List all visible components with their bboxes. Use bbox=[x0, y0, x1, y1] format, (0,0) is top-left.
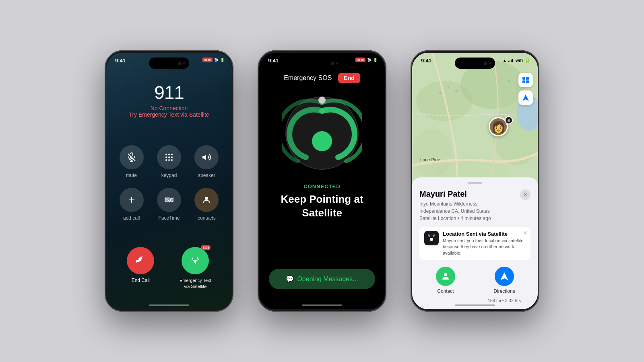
svg-rect-36 bbox=[512, 59, 513, 62]
ctrl-btn-contacts[interactable]: contacts bbox=[193, 188, 221, 221]
sos-tag: SOS bbox=[201, 245, 211, 250]
camera-dot-1 bbox=[178, 62, 182, 65]
svg-point-17 bbox=[194, 260, 196, 263]
svg-marker-41 bbox=[522, 95, 529, 101]
keypad-label: keypad bbox=[161, 173, 177, 178]
directions-action-button[interactable]: Directions 156 mi • 3:32 hrs bbox=[478, 267, 530, 303]
svg-point-3 bbox=[171, 154, 173, 155]
phone-2-screen: 9:41 SOS 📡 🔋 Emergency SOS End bbox=[259, 53, 385, 309]
addcall-icon-circle bbox=[120, 188, 144, 212]
svg-point-2 bbox=[168, 154, 170, 155]
mute-label: mute bbox=[126, 173, 137, 178]
ctrl-btn-speaker[interactable]: speaker bbox=[193, 145, 221, 178]
notif-close-button[interactable]: ✕ bbox=[523, 230, 527, 236]
ctrl-btn-facetime[interactable]: FaceTime bbox=[155, 188, 183, 221]
svg-rect-34 bbox=[510, 60, 510, 62]
phone-1-screen: 9:41 SOS 📡 🔋 911 No Connection Try Emerg… bbox=[106, 53, 232, 309]
status-time-2: 9:41 bbox=[268, 58, 279, 64]
ctrl-btn-addcall[interactable]: add call bbox=[118, 188, 145, 221]
map-layers-button[interactable] bbox=[518, 73, 533, 87]
satellite-screen: 9:41 SOS 📡 🔋 Emergency SOS End bbox=[259, 53, 385, 309]
call-controls-grid: mute keypad bbox=[106, 145, 232, 221]
camera-dot-3 bbox=[484, 62, 487, 65]
satellite-header: Emergency SOS End bbox=[259, 73, 385, 83]
panel-header: Mayuri Patel Inyo Mountains Wilderness I… bbox=[419, 189, 530, 222]
keypad-icon-circle bbox=[157, 145, 181, 169]
svg-point-16 bbox=[205, 197, 208, 200]
person-name: Mayuri Patel bbox=[419, 189, 491, 199]
svg-point-31 bbox=[508, 80, 510, 82]
battery-icon-2: 🔋 bbox=[373, 58, 378, 62]
svg-marker-10 bbox=[202, 154, 206, 160]
dialed-number: 911 bbox=[106, 82, 232, 103]
camera-light-3 bbox=[489, 62, 491, 64]
svg-point-6 bbox=[171, 156, 173, 158]
end-call-button[interactable]: End Call bbox=[127, 247, 154, 283]
panel-handle bbox=[468, 182, 482, 184]
svg-point-32 bbox=[516, 88, 518, 90]
location-details: Inyo Mountains Wilderness Independence C… bbox=[419, 200, 491, 222]
phone-3-frame: 9:41 ▲ wifi 🔋 bbox=[411, 50, 539, 312]
gps-icon-3: ▲ bbox=[503, 58, 507, 63]
phone-3-screen: 9:41 ▲ wifi 🔋 bbox=[412, 53, 538, 309]
opening-messages-button[interactable]: 💬 Opening Messages... bbox=[269, 269, 375, 289]
satellite-icon-1: 📡 bbox=[214, 58, 219, 62]
phone-2-frame: 9:41 SOS 📡 🔋 Emergency SOS End bbox=[258, 50, 386, 312]
sos-satellite-button[interactable]: SOS Emergency Textvia Satellite bbox=[180, 247, 211, 289]
status-icons-1: SOS 📡 🔋 bbox=[202, 58, 225, 62]
svg-point-20 bbox=[318, 97, 326, 104]
svg-rect-38 bbox=[526, 77, 529, 80]
phone-1-frame: 9:41 SOS 📡 🔋 911 No Connection Try Emerg… bbox=[105, 50, 233, 312]
svg-rect-39 bbox=[522, 80, 525, 83]
notif-title: Location Sent via Satellite bbox=[443, 231, 526, 237]
panel-close-button[interactable]: ✕ bbox=[520, 189, 530, 200]
no-connection-label: No Connection bbox=[106, 105, 232, 111]
notif-body: Mayuri sent you their location via satel… bbox=[443, 238, 526, 256]
camera-light-1 bbox=[183, 62, 185, 64]
home-indicator-2 bbox=[302, 304, 342, 306]
svg-rect-37 bbox=[522, 77, 525, 80]
signal-bars bbox=[508, 58, 514, 62]
status-icons-3: ▲ wifi 🔋 bbox=[503, 58, 530, 63]
lone-pine-label: Lone Pine bbox=[420, 157, 440, 162]
wifi-icon-3: wifi bbox=[516, 58, 523, 63]
contacts-icon-circle bbox=[194, 188, 219, 212]
svg-point-7 bbox=[165, 159, 167, 161]
sos-satellite-icon: SOS bbox=[182, 247, 209, 274]
satellite-notif-icon bbox=[424, 231, 439, 245]
home-indicator-1 bbox=[149, 304, 189, 306]
status-icons-2: SOS 📡 🔋 bbox=[355, 58, 378, 62]
distance-info: 156 mi • 3:32 hrs bbox=[488, 298, 521, 303]
directions-action-label: Directions bbox=[493, 288, 515, 294]
ctrl-btn-mute[interactable]: mute bbox=[118, 145, 145, 178]
ctrl-btn-keypad[interactable]: keypad bbox=[155, 145, 183, 178]
location-arrow-icon bbox=[522, 94, 530, 102]
svg-point-4 bbox=[165, 156, 167, 158]
location-button[interactable] bbox=[518, 90, 533, 105]
end-call-label: End Call bbox=[132, 278, 150, 283]
connected-label: CONNECTED bbox=[259, 183, 385, 189]
mute-icon-circle bbox=[120, 145, 144, 169]
sos-satellite-label: Emergency Textvia Satellite bbox=[180, 278, 211, 289]
user-avatar-icon: 👩 bbox=[491, 120, 506, 134]
svg-marker-14 bbox=[170, 198, 173, 202]
speaker-icon-circle bbox=[194, 145, 219, 169]
map-top-buttons bbox=[518, 73, 533, 105]
location-info-panel: Mayuri Patel Inyo Mountains Wilderness I… bbox=[412, 177, 538, 309]
keep-pointing-text: Keep Pointing atSatellite bbox=[259, 193, 385, 220]
svg-rect-40 bbox=[526, 80, 529, 83]
end-satellite-button[interactable]: End bbox=[338, 73, 360, 83]
svg-point-30 bbox=[455, 90, 458, 92]
map-layers-icon bbox=[522, 76, 530, 84]
battery-icon-3: 🔋 bbox=[524, 58, 530, 63]
call-bottom-actions: End Call SOS Emergency Textvia Satellite bbox=[106, 247, 232, 289]
call-number-display: 911 No Connection Try Emergency Text via… bbox=[106, 82, 232, 118]
sos-badge-2: SOS bbox=[355, 58, 365, 62]
facetime-label: FaceTime bbox=[159, 215, 180, 221]
panel-name-section: Mayuri Patel Inyo Mountains Wilderness I… bbox=[419, 189, 491, 222]
svg-rect-33 bbox=[508, 61, 509, 62]
call-screen: 9:41 SOS 📡 🔋 911 No Connection Try Emerg… bbox=[106, 53, 232, 309]
contact-action-button[interactable]: Contact bbox=[419, 267, 472, 303]
panel-action-buttons: Contact Directions 156 mi • 3:32 hrs bbox=[419, 267, 530, 303]
dynamic-island-2 bbox=[302, 58, 342, 69]
